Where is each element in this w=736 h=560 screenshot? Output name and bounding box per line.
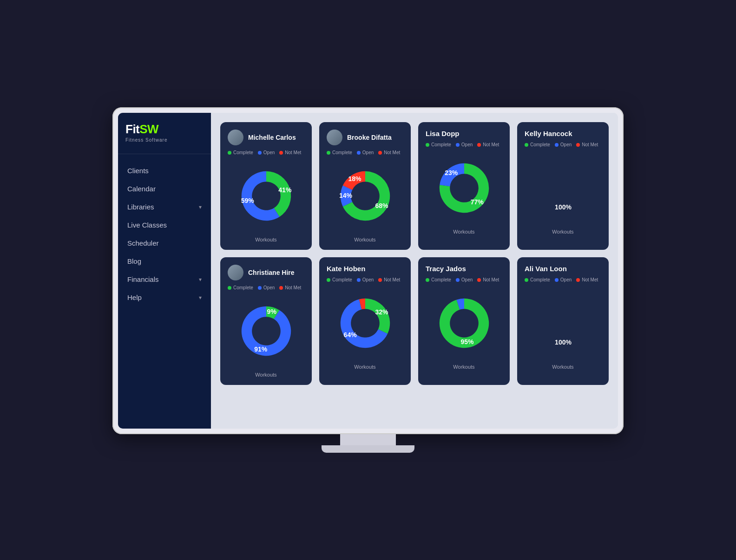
complete-dot [525, 278, 528, 282]
sidebar-item-clients-label: Clients [127, 167, 149, 175]
svg-text:14%: 14% [339, 192, 352, 199]
client-card-christiane-hire[interactable]: Christiane Hire Complete Open Not Met 9%… [220, 257, 312, 385]
open-dot [258, 286, 262, 290]
legend-not-met-label: Not Met [483, 142, 499, 147]
legend-open: Open [555, 142, 572, 147]
legend-open-label: Open [263, 150, 275, 155]
client-card-michelle-carlos[interactable]: Michelle Carlos Complete Open Not Met 41… [220, 122, 312, 250]
complete-dot [228, 151, 231, 155]
client-name: Brooke Difatta [347, 134, 392, 141]
client-card-kelly-hancock[interactable]: Kelly Hancock Complete Open Not Met 100%… [517, 122, 609, 250]
logo-area: FitSW Fitness Software [118, 113, 211, 154]
sidebar-item-calendar[interactable]: Calendar [118, 180, 211, 198]
svg-text:18%: 18% [348, 175, 361, 182]
open-dot [258, 151, 262, 155]
legend-complete: Complete [228, 285, 253, 290]
sidebar-item-blog-label: Blog [127, 257, 141, 265]
sidebar-item-live-classes[interactable]: Live Classes [118, 216, 211, 234]
logo-fit-text: Fit [125, 122, 139, 136]
complete-dot [426, 143, 429, 147]
donut-chart: 100% [531, 287, 596, 361]
svg-text:9%: 9% [267, 308, 276, 315]
chart-label: Workouts [453, 364, 474, 370]
donut-chart: 95% [432, 287, 497, 361]
sidebar-item-clients[interactable]: Clients [118, 162, 211, 180]
legend-open-label: Open [362, 150, 374, 155]
client-card-ali-van-loon[interactable]: Ali Van Loon Complete Open Not Met 100% … [517, 257, 609, 385]
legend-open: Open [456, 142, 473, 147]
client-name: Tracy Jados [426, 265, 466, 273]
client-card-tracy-jados[interactable]: Tracy Jados Complete Open Not Met 95% Wo… [418, 257, 510, 385]
legend-not-met: Not Met [477, 142, 499, 147]
legend-not-met: Not Met [477, 277, 499, 282]
sidebar-item-scheduler-label: Scheduler [127, 239, 159, 247]
not-met-dot [576, 143, 580, 147]
nav-menu: Clients Calendar Libraries ▾ Live Classe… [118, 154, 211, 429]
sidebar-item-financials[interactable]: Financials ▾ [118, 270, 211, 288]
svg-text:100%: 100% [555, 203, 572, 211]
legend-open: Open [456, 277, 473, 282]
chart-container: 32%64% Workouts [327, 287, 403, 370]
legend: Complete Open Not Met [426, 142, 502, 147]
donut-chart: 100% [531, 152, 596, 226]
chart-label: Workouts [255, 372, 276, 378]
legend-complete: Complete [525, 277, 550, 282]
svg-text:77%: 77% [470, 198, 484, 206]
complete-dot [525, 143, 528, 147]
client-name: Michelle Carlos [248, 134, 296, 141]
client-card-lisa-dopp[interactable]: Lisa Dopp Complete Open Not Met 77%23% W… [418, 122, 510, 250]
client-name: Christiane Hire [248, 269, 295, 276]
donut-chart: 77%23% [432, 152, 497, 226]
avatar [327, 130, 342, 145]
sidebar-item-scheduler[interactable]: Scheduler [118, 234, 211, 252]
legend-open-label: Open [263, 285, 275, 290]
main-content: Michelle Carlos Complete Open Not Met 41… [211, 113, 618, 429]
logo: FitSW [125, 122, 204, 137]
svg-text:95%: 95% [460, 338, 474, 345]
chart-container: 77%23% Workouts [426, 152, 502, 234]
legend-not-met-label: Not Met [384, 150, 400, 155]
client-name: Kate Hoben [327, 265, 365, 273]
sidebar-item-blog[interactable]: Blog [118, 252, 211, 270]
legend-complete-label: Complete [332, 277, 352, 282]
sidebar-item-libraries[interactable]: Libraries ▾ [118, 198, 211, 216]
donut-chart: 41%59% [234, 160, 299, 234]
monitor-screen: FitSW Fitness Software Clients Calendar … [118, 113, 618, 429]
sidebar-item-live-classes-label: Live Classes [127, 221, 167, 229]
legend-not-met-label: Not Met [483, 277, 499, 282]
legend-open: Open [555, 277, 572, 282]
legend: Complete Open Not Met [525, 142, 601, 147]
legend-complete: Complete [525, 142, 550, 147]
card-header: Michelle Carlos [228, 130, 304, 145]
chart-label: Workouts [354, 237, 375, 242]
chevron-down-icon: ▾ [199, 204, 202, 210]
chart-container: 95% Workouts [426, 287, 502, 370]
donut-chart: 68%14%18% [333, 160, 398, 234]
avatar [228, 265, 243, 280]
client-name: Kelly Hancock [525, 130, 572, 137]
legend-complete-label: Complete [530, 277, 550, 282]
client-card-brooke-difatta[interactable]: Brooke Difatta Complete Open Not Met 68%… [319, 122, 411, 250]
client-name: Lisa Dopp [426, 130, 460, 137]
chart-label: Workouts [255, 237, 276, 242]
chart-label: Workouts [552, 364, 573, 370]
legend: Complete Open Not Met [228, 285, 304, 290]
legend-not-met: Not Met [576, 277, 598, 282]
not-met-dot [378, 278, 382, 282]
legend-complete: Complete [426, 142, 451, 147]
legend: Complete Open Not Met [327, 150, 403, 155]
svg-text:100%: 100% [555, 339, 572, 346]
client-name: Ali Van Loon [525, 265, 567, 273]
card-header: Lisa Dopp [426, 130, 502, 137]
legend-complete-label: Complete [332, 150, 352, 155]
sidebar-item-help[interactable]: Help ▾ [118, 288, 211, 306]
client-card-kate-hoben[interactable]: Kate Hoben Complete Open Not Met 32%64% … [319, 257, 411, 385]
legend-open-label: Open [560, 142, 572, 147]
complete-dot [327, 278, 330, 282]
sidebar: FitSW Fitness Software Clients Calendar … [118, 113, 211, 429]
card-header: Tracy Jados [426, 265, 502, 273]
monitor-wrapper: FitSW Fitness Software Clients Calendar … [112, 107, 624, 453]
sidebar-item-help-label: Help [127, 293, 142, 301]
chart-label: Workouts [354, 364, 375, 370]
chevron-down-icon: ▾ [199, 294, 202, 301]
